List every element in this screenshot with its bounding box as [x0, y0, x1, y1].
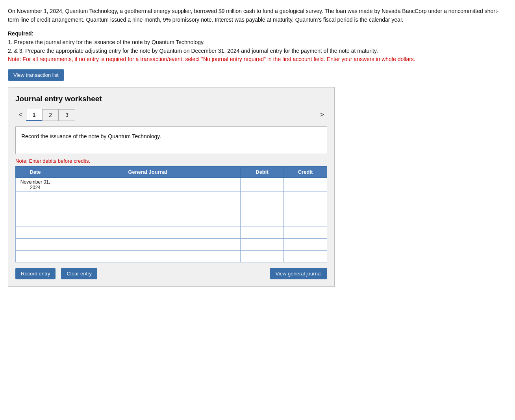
gj-cell-4[interactable] — [55, 227, 241, 239]
tab-nav: < 1 2 3 > — [15, 109, 327, 121]
gj-input-6[interactable] — [55, 251, 240, 262]
date-cell-3 — [16, 215, 55, 227]
clear-entry-button[interactable]: Clear entry — [61, 268, 97, 279]
credit-cell-6[interactable] — [284, 251, 327, 262]
table-row — [16, 191, 327, 203]
prev-tab-button[interactable]: < — [15, 109, 26, 121]
credit-input-4[interactable] — [284, 227, 327, 238]
instruction-box: Record the issuance of the note by Quant… — [15, 126, 327, 154]
credit-input-3[interactable] — [284, 215, 327, 227]
credit-input-5[interactable] — [284, 239, 327, 250]
debit-cell-6[interactable] — [241, 251, 284, 262]
debit-input-4[interactable] — [241, 227, 283, 238]
date-cell-4 — [16, 227, 55, 239]
table-row: November 01, 2024 — [16, 178, 327, 191]
tab-3[interactable]: 3 — [59, 109, 75, 121]
debit-input-6[interactable] — [241, 251, 283, 262]
view-transaction-list-button[interactable]: View transaction list — [8, 69, 64, 81]
credit-input-0[interactable] — [284, 178, 327, 191]
date-cell-5 — [16, 239, 55, 251]
col-header-gj: General Journal — [55, 167, 241, 178]
credit-cell-1[interactable] — [284, 191, 327, 203]
gj-input-5[interactable] — [55, 239, 240, 250]
tab-2[interactable]: 2 — [42, 109, 59, 121]
gj-cell-3[interactable] — [55, 215, 241, 227]
date-cell-6 — [16, 251, 55, 262]
table-row — [16, 203, 327, 215]
view-general-journal-button[interactable]: View general journal — [270, 268, 327, 279]
debit-input-0[interactable] — [241, 178, 283, 191]
view-transaction-btn-wrapper: View transaction list — [8, 69, 507, 81]
col-header-date: Date — [16, 167, 55, 178]
debit-cell-0[interactable] — [241, 178, 284, 191]
credit-input-1[interactable] — [284, 191, 327, 203]
required-item2: 2. & 3. Prepare the appropriate adjustin… — [8, 47, 507, 56]
table-row — [16, 215, 327, 227]
date-cell-0: November 01, 2024 — [16, 178, 55, 191]
gj-cell-0[interactable] — [55, 178, 241, 191]
debit-input-5[interactable] — [241, 239, 283, 250]
table-row — [16, 239, 327, 251]
debit-cell-5[interactable] — [241, 239, 284, 251]
required-item1: 1. Prepare the journal entry for the iss… — [8, 38, 507, 47]
credit-cell-4[interactable] — [284, 227, 327, 239]
gj-input-0[interactable] — [55, 178, 240, 191]
debit-cell-1[interactable] — [241, 191, 284, 203]
credit-cell-0[interactable] — [284, 178, 327, 191]
required-heading: Required: — [8, 30, 33, 37]
credit-cell-3[interactable] — [284, 215, 327, 227]
date-cell-1 — [16, 191, 55, 203]
col-header-debit: Debit — [241, 167, 284, 178]
worksheet-title: Journal entry worksheet — [15, 95, 327, 103]
gj-input-3[interactable] — [55, 215, 240, 227]
journal-table: Date General Journal Debit Credit Novemb… — [15, 166, 327, 262]
credit-cell-5[interactable] — [284, 239, 327, 251]
worksheet-container: Journal entry worksheet < 1 2 3 > Record… — [8, 87, 335, 287]
gj-cell-2[interactable] — [55, 203, 241, 215]
intro-paragraph: On November 1, 2024, Quantum Technology,… — [8, 7, 507, 24]
intro-text: On November 1, 2024, Quantum Technology,… — [8, 8, 498, 23]
gj-input-4[interactable] — [55, 227, 240, 238]
date-cell-2 — [16, 203, 55, 215]
button-row: Record entry Clear entry View general jo… — [15, 268, 327, 279]
debit-input-1[interactable] — [241, 191, 283, 203]
required-note: Note: For all requirements, if no entry … — [8, 55, 507, 64]
col-header-credit: Credit — [284, 167, 327, 178]
gj-input-2[interactable] — [55, 203, 240, 215]
gj-cell-5[interactable] — [55, 239, 241, 251]
table-row — [16, 227, 327, 239]
tab-1[interactable]: 1 — [26, 109, 43, 121]
instruction-text: Record the issuance of the note by Quant… — [21, 133, 161, 139]
gj-cell-1[interactable] — [55, 191, 241, 203]
note-debits: Note: Enter debits before credits. — [15, 158, 327, 164]
gj-cell-6[interactable] — [55, 251, 241, 262]
gj-input-1[interactable] — [55, 191, 240, 203]
next-tab-button[interactable]: > — [317, 109, 327, 121]
debit-cell-3[interactable] — [241, 215, 284, 227]
credit-cell-2[interactable] — [284, 203, 327, 215]
credit-input-2[interactable] — [284, 203, 327, 215]
debit-input-2[interactable] — [241, 203, 283, 215]
required-section: Required: 1. Prepare the journal entry f… — [8, 30, 507, 64]
debit-input-3[interactable] — [241, 215, 283, 227]
debit-cell-2[interactable] — [241, 203, 284, 215]
record-entry-button[interactable]: Record entry — [15, 268, 56, 279]
debit-cell-4[interactable] — [241, 227, 284, 239]
credit-input-6[interactable] — [284, 251, 327, 262]
table-row — [16, 251, 327, 262]
